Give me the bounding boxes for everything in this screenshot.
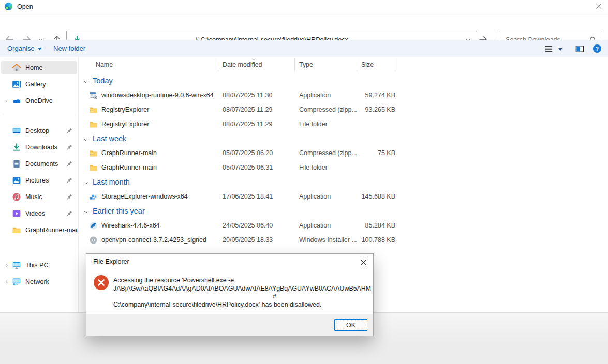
file-row-graphrunner-main[interactable]: GraphRunner-main05/07/2025 06.31File fol… [79,160,608,175]
sidebar-item-pictures[interactable]: Pictures [1,174,77,187]
chevron-down-icon [558,48,562,51]
chevron-spacer [1,209,12,218]
chevron-right-icon[interactable] [1,278,12,286]
group-header-today[interactable]: Today [79,73,608,88]
onedrive-cloud-icon [12,96,21,105]
file-type: Application [295,222,357,229]
window-title: Open [17,3,33,10]
group-header-earlier-this-year[interactable]: Earlier this year [79,204,608,218]
alert-message: Accessing the resource 'Powershell.exe -… [113,277,371,309]
sidebar-item-home[interactable]: Home [1,61,77,74]
file-row-wireshark-4-4-6-x64[interactable]: Wireshark-4.4.6-x6424/05/2025 06.40Appli… [79,218,608,233]
file-name: RegistryExplorer [101,106,149,113]
group-header-last-month[interactable]: Last month [79,175,608,189]
chevron-down-icon [83,78,89,84]
column-header-date-modified[interactable]: Date modified [218,58,295,71]
file-name: RegistryExplorer [101,120,149,128]
sidebar-item-label: Pictures [25,177,49,184]
file-date-modified: 05/07/2025 06.31 [218,164,295,171]
pin-icon [66,177,73,184]
column-header-type[interactable]: Type [295,58,357,71]
open-file-dialog-window: Open # C:\company\internal-secure\filedr… [0,0,608,364]
sidebar-item-label: OneDrive [25,97,53,104]
column-label: Size [361,61,374,68]
sidebar-item-downloads[interactable]: Downloads [1,141,77,154]
alert-message-line3: # [273,293,371,301]
new-folder-button[interactable]: New folder [53,40,85,57]
pictures-icon [12,176,21,185]
zip-folder-icon [89,105,98,114]
file-type: File folder [295,120,357,128]
file-type: Compressed (zipp... [295,149,357,157]
group-header-last-week[interactable]: Last week [79,131,608,146]
sidebar-item-this-pc[interactable]: This PC [1,259,77,272]
sidebar-item-label: Documents [25,160,58,168]
file-row-windowsdesktop-runtime-9-0-6-win-x64[interactable]: windowsdesktop-runtime-9.0.6-win-x6408/0… [79,88,608,102]
file-name: GraphRunner-main [101,149,157,157]
folder-icon [12,225,21,235]
alert-close-button[interactable] [358,257,369,267]
column-label: Type [299,61,313,68]
file-row-registryexplorer[interactable]: RegistryExplorer08/07/2025 11.29Compress… [79,102,608,117]
file-type: Compressed (zipp... [295,106,357,113]
folder-icon [89,120,98,129]
alert-footer: OK [86,314,373,336]
documents-icon [12,159,21,169]
view-mode-button[interactable] [542,42,555,55]
sidebar-item-music[interactable]: Music [1,190,77,204]
file-size: 75 KB [357,149,395,157]
chevron-spacer [1,193,12,201]
file-type: Application [295,92,357,99]
command-toolbar: Organise New folder ? [0,40,608,57]
new-folder-label: New folder [53,44,85,52]
help-button[interactable]: ? [592,42,602,55]
help-icon: ? [592,44,602,53]
file-size: 59.274 KB [357,92,395,99]
file-row-openvpn-connect-3-7-2-4253-signed[interactable]: openvpn-connect-3.7.2.4253_signed20/05/2… [79,233,608,247]
window-close-button[interactable] [591,1,606,11]
file-row-graphrunner-main[interactable]: GraphRunner-main05/07/2025 06.20Compress… [79,146,608,160]
gallery-icon [12,80,21,89]
group-label: Earlier this year [93,207,145,215]
column-header-name[interactable]: Name [89,58,218,71]
alert-message-line4: C:\company\internal-secure\filedrive\HRP… [113,301,371,309]
chevron-right-icon[interactable] [1,261,12,269]
group-label: Last month [93,178,130,186]
column-header-size[interactable]: Size [357,58,395,71]
chevron-down-icon [83,135,89,142]
sidebar-item-documents[interactable]: Documents [1,157,77,171]
preview-pane-button[interactable] [573,42,586,55]
sidebar-item-gallery[interactable]: Gallery [1,78,77,91]
chevron-spacer [1,64,12,72]
sidebar-item-network[interactable]: Network [1,275,77,289]
music-icon [12,192,21,202]
sidebar-item-onedrive[interactable]: OneDrive [1,94,77,108]
sidebar-item-label: Home [25,64,42,71]
sidebar-item-videos[interactable]: Videos [1,207,77,220]
alert-message-line1: Accessing the resource 'Powershell.exe -… [113,277,371,285]
file-explorer-alert-dialog: File Explorer Accessing the resource 'Po… [86,253,374,336]
file-date-modified: 08/07/2025 11.29 [218,106,295,113]
sidebar-item-graphrunner-main[interactable]: GraphRunner-main [1,223,77,237]
computer-icon [12,261,21,270]
view-mode-dropdown[interactable] [557,42,564,55]
file-size: 100.788 KB [357,236,395,244]
organise-button[interactable]: Organise [7,40,42,57]
videos-icon [12,209,21,218]
sort-indicator-icon [250,56,257,62]
file-row-registryexplorer[interactable]: RegistryExplorer08/07/2025 11.29File fol… [79,117,608,131]
file-date-modified: 17/06/2025 18.41 [218,193,295,200]
file-row-storageexplorer-windows-x64[interactable]: StorageExplorer-windows-x6417/06/2025 18… [79,189,608,204]
ok-button[interactable]: OK [334,319,367,331]
chevron-down-icon [83,179,89,185]
column-label: Name [96,61,113,68]
sidebar-item-label: Music [25,193,42,201]
chevron-spacer [1,226,12,234]
sidebar-item-label: This PC [25,262,48,269]
sidebar-gap [0,240,78,259]
pin-icon [66,210,73,217]
sidebar-item-desktop[interactable]: Desktop [1,124,77,138]
folder-icon [89,163,98,172]
chevron-down-icon [83,208,89,214]
chevron-right-icon[interactable] [1,97,12,105]
